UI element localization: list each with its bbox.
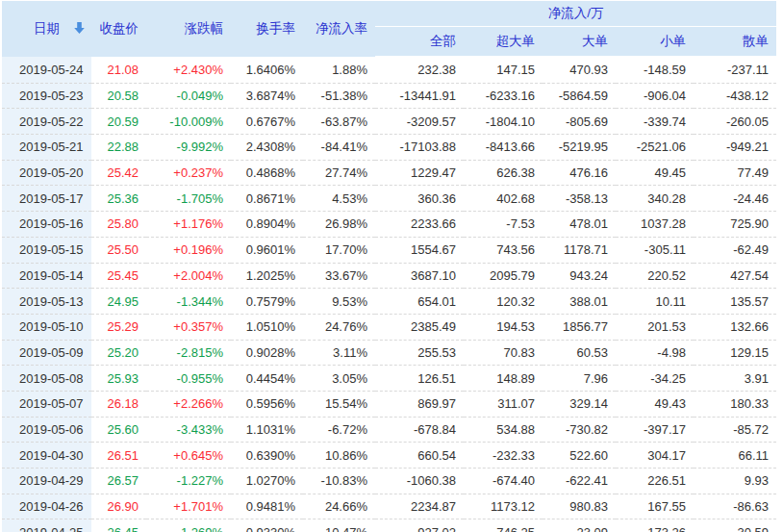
cell-close-price: 26.51 — [91, 443, 146, 469]
cell-close-price: 26.57 — [91, 469, 146, 494]
column-header-inflow-rate[interactable]: 净流入率 — [303, 1, 375, 57]
cell-inflow-super-large: 147.15 — [464, 57, 543, 83]
cell-net-inflow-rate: 10.47% — [303, 519, 375, 532]
cell-change-percent: -1.269% — [146, 519, 231, 532]
cell-inflow-all: 232.38 — [375, 57, 464, 83]
cell-change-percent: -1.705% — [146, 186, 231, 212]
cell-inflow-retail: -86.63 — [694, 494, 776, 519]
table-row: 2019-05-08 25.93 -0.955% 0.4454% 3.05% 1… — [2, 366, 776, 392]
cell-close-price: 21.08 — [91, 57, 146, 83]
cell-date: 2019-05-17 — [2, 186, 91, 212]
cell-inflow-super-large: -6233.16 — [464, 83, 543, 109]
cell-inflow-large: 476.16 — [543, 160, 616, 186]
cell-inflow-retail: 66.11 — [694, 443, 776, 469]
cell-date: 2019-05-22 — [2, 109, 91, 135]
cell-inflow-large: 388.01 — [543, 289, 616, 315]
cell-inflow-all: -1060.38 — [375, 469, 464, 494]
cell-net-inflow-rate: 1.88% — [303, 57, 375, 83]
column-header-super-large[interactable]: 超大单 — [464, 27, 543, 58]
cell-close-price: 25.60 — [91, 417, 146, 443]
column-header-retail[interactable]: 散单 — [694, 27, 776, 58]
cell-inflow-all: 1229.47 — [375, 160, 464, 186]
cell-turnover-rate: 0.7579% — [231, 289, 303, 315]
cell-inflow-retail: -237.11 — [694, 57, 776, 83]
cell-inflow-super-large: 402.68 — [464, 186, 543, 212]
cell-close-price: 26.18 — [91, 391, 146, 417]
column-header-small[interactable]: 小单 — [616, 27, 694, 58]
cell-close-price: 25.29 — [91, 314, 146, 340]
cell-date: 2019-05-14 — [2, 263, 91, 289]
cell-inflow-retail: -62.49 — [694, 237, 776, 263]
cell-inflow-retail: 9.93 — [694, 469, 776, 494]
cell-turnover-rate: 0.5956% — [231, 391, 303, 417]
cell-change-percent: +2.430% — [146, 57, 231, 83]
cell-net-inflow-rate: 10.86% — [303, 443, 375, 469]
cell-net-inflow-rate: 24.76% — [303, 314, 375, 340]
cell-change-percent: -2.815% — [146, 340, 231, 366]
fund-flow-table: 日期 收盘价 涨跌幅 换手率 净流入率 净流入/万 全部 超大单 大单 小单 散… — [2, 1, 776, 532]
cell-inflow-super-large: 534.88 — [464, 417, 543, 443]
cell-inflow-all: 927.02 — [375, 519, 464, 532]
cell-inflow-retail: -949.21 — [694, 135, 776, 161]
cell-net-inflow-rate: 26.98% — [303, 212, 375, 238]
cell-inflow-large: -730.82 — [543, 417, 616, 443]
column-header-change[interactable]: 涨跌幅 — [146, 1, 231, 57]
cell-close-price: 24.95 — [91, 289, 146, 315]
cell-inflow-super-large: 120.32 — [464, 289, 543, 315]
cell-change-percent: +2.266% — [146, 391, 231, 417]
cell-change-percent: +0.357% — [146, 314, 231, 340]
cell-inflow-small: -148.59 — [616, 57, 694, 83]
cell-inflow-retail: 725.90 — [694, 212, 776, 238]
cell-net-inflow-rate: 15.54% — [303, 391, 375, 417]
cell-turnover-rate: 0.9028% — [231, 340, 303, 366]
cell-inflow-super-large: 1173.12 — [464, 494, 543, 519]
cell-change-percent: -1.344% — [146, 289, 231, 315]
cell-inflow-super-large: 746.25 — [464, 519, 543, 532]
cell-inflow-all: -678.84 — [375, 417, 464, 443]
cell-net-inflow-rate: 9.53% — [303, 289, 375, 315]
cell-inflow-small: 201.53 — [616, 314, 694, 340]
cell-net-inflow-rate: 24.66% — [303, 494, 375, 519]
column-header-all[interactable]: 全部 — [375, 27, 464, 58]
table-row: 2019-05-06 25.60 -3.433% 1.1031% -6.72% … — [2, 417, 776, 443]
cell-net-inflow-rate: -84.41% — [303, 135, 375, 161]
cell-date: 2019-05-10 — [2, 314, 91, 340]
cell-turnover-rate: 2.4308% — [231, 135, 303, 161]
cell-inflow-super-large: 2095.79 — [464, 263, 543, 289]
cell-inflow-all: 869.97 — [375, 391, 464, 417]
cell-turnover-rate: 0.9601% — [231, 237, 303, 263]
table-row: 2019-04-30 26.51 +0.645% 0.6390% 10.86% … — [2, 443, 776, 469]
table-header: 日期 收盘价 涨跌幅 换手率 净流入率 净流入/万 全部 超大单 大单 小单 散… — [2, 1, 776, 57]
cell-inflow-all: 654.01 — [375, 289, 464, 315]
cell-change-percent: +1.176% — [146, 212, 231, 238]
cell-inflow-all: -17103.88 — [375, 135, 464, 161]
cell-inflow-large: -805.69 — [543, 109, 616, 135]
cell-inflow-small: -34.25 — [616, 366, 694, 392]
cell-turnover-rate: 1.0270% — [231, 469, 303, 494]
cell-inflow-super-large: 743.56 — [464, 237, 543, 263]
cell-close-price: 26.45 — [91, 519, 146, 532]
cell-turnover-rate: 0.4868% — [231, 160, 303, 186]
cell-inflow-super-large: 70.83 — [464, 340, 543, 366]
table-row: 2019-04-29 26.57 -1.227% 1.0270% -10.83%… — [2, 469, 776, 494]
stock-fund-flow-table: 日期 收盘价 涨跌幅 换手率 净流入率 净流入/万 全部 超大单 大单 小单 散… — [0, 0, 783, 532]
cell-turnover-rate: 1.6406% — [231, 57, 303, 83]
cell-date: 2019-05-13 — [2, 289, 91, 315]
sort-descending-icon[interactable] — [74, 22, 85, 37]
column-header-turnover[interactable]: 换手率 — [231, 1, 303, 57]
cell-net-inflow-rate: -63.87% — [303, 109, 375, 135]
column-header-close[interactable]: 收盘价 — [91, 1, 146, 57]
cell-date: 2019-05-20 — [2, 160, 91, 186]
cell-date: 2019-04-26 — [2, 494, 91, 519]
table-body: 2019-05-24 21.08 +2.430% 1.6406% 1.88% 2… — [2, 57, 776, 532]
cell-turnover-rate: 1.0510% — [231, 314, 303, 340]
cell-net-inflow-rate: -51.38% — [303, 83, 375, 109]
cell-inflow-super-large: -7.53 — [464, 212, 543, 238]
cell-turnover-rate: 1.2025% — [231, 263, 303, 289]
cell-inflow-retail: 3.91 — [694, 366, 776, 392]
cell-inflow-large: -23.09 — [543, 519, 616, 532]
column-header-date[interactable]: 日期 — [2, 1, 91, 57]
cell-inflow-large: 329.14 — [543, 391, 616, 417]
column-header-large[interactable]: 大单 — [543, 27, 616, 58]
cell-close-price: 25.45 — [91, 263, 146, 289]
